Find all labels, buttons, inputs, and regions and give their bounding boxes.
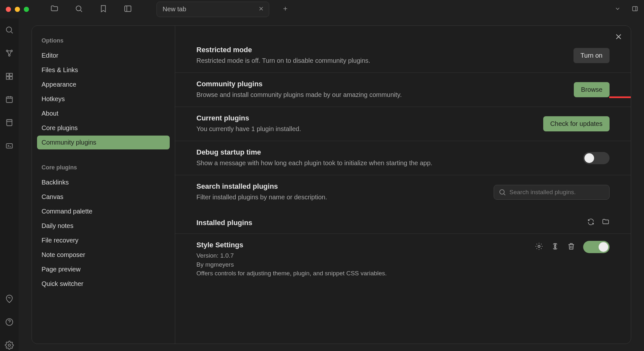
- restricted-mode-desc: Restricted mode is off. Turn on to disab…: [196, 56, 370, 65]
- sidebar-option-editor[interactable]: Editor: [37, 49, 170, 62]
- plugin-version: Version: 1.0.7: [196, 251, 387, 260]
- svg-rect-11: [6, 97, 13, 103]
- reload-plugins-icon[interactable]: [587, 218, 595, 228]
- plugin-options-icon[interactable]: [535, 242, 543, 252]
- plugin-enable-toggle[interactable]: [583, 241, 610, 253]
- toolbar-icons: [50, 5, 132, 14]
- graph-icon[interactable]: [5, 49, 14, 59]
- turn-on-button[interactable]: Turn on: [573, 48, 610, 63]
- check-updates-button[interactable]: Check for updates: [543, 116, 610, 131]
- core-plugins-heading: Core plugins: [37, 162, 170, 175]
- close-window[interactable]: [6, 7, 11, 12]
- svg-rect-2: [633, 6, 638, 11]
- traffic-lights: [6, 7, 29, 12]
- command-palette-icon[interactable]: [5, 141, 14, 152]
- restricted-mode-title: Restricted mode: [196, 46, 370, 54]
- current-plugins-row: Current plugins You currently have 1 plu…: [175, 107, 631, 141]
- search-plugins-input-wrap: [494, 185, 610, 200]
- community-plugins-title: Community plugins: [196, 80, 402, 88]
- settings-icon[interactable]: [5, 341, 14, 351]
- titlebar-right: [614, 5, 638, 13]
- svg-point-16: [8, 344, 11, 346]
- new-tab-button[interactable]: [282, 5, 289, 13]
- svg-point-0: [76, 6, 81, 11]
- tab-title: New tab: [163, 5, 186, 13]
- community-plugins-desc: Browse and install community plugins mad…: [196, 90, 402, 100]
- minimize-window[interactable]: [15, 7, 20, 12]
- svg-point-3: [6, 27, 12, 32]
- close-modal-button[interactable]: [614, 32, 623, 43]
- sidebar-option-core-plugins[interactable]: Core plugins: [37, 121, 170, 135]
- svg-rect-8: [10, 73, 12, 76]
- debug-startup-desc: Show a message with how long each plugin…: [196, 158, 432, 168]
- sidebar-option-about[interactable]: About: [37, 107, 170, 120]
- sidebar-core-page-preview[interactable]: Page preview: [37, 262, 170, 276]
- search-plugins-input[interactable]: [509, 189, 605, 196]
- search-plugins-title: Search installed plugins: [196, 182, 327, 191]
- sidebar-option-files-links[interactable]: Files & Links: [37, 63, 170, 77]
- sidebar-option-appearance[interactable]: Appearance: [37, 78, 170, 91]
- tab[interactable]: New tab: [156, 2, 269, 17]
- sidebar-core-file-recovery[interactable]: File recovery: [37, 233, 170, 247]
- plugin-author: By mgmeyers: [196, 260, 387, 269]
- vault-icon[interactable]: [5, 294, 14, 305]
- bookmark-icon[interactable]: [99, 5, 108, 14]
- svg-point-18: [538, 245, 540, 248]
- restricted-mode-row: Restricted mode Restricted mode is off. …: [175, 39, 631, 73]
- plugin-hotkeys-icon[interactable]: [551, 242, 559, 252]
- search-plugins-desc: Filter installed plugins by name or desc…: [196, 193, 327, 202]
- settings-modal: Options EditorFiles & LinksAppearanceHot…: [32, 25, 631, 344]
- plugin-delete-icon[interactable]: [567, 242, 575, 252]
- svg-point-17: [500, 190, 504, 194]
- tab-close-icon[interactable]: [258, 5, 264, 13]
- browse-button[interactable]: Browse: [574, 82, 610, 97]
- svg-rect-1: [125, 6, 131, 11]
- installed-plugins-heading-row: Installed plugins: [175, 209, 631, 234]
- tab-dropdown-icon[interactable]: [614, 5, 621, 13]
- folder-icon[interactable]: [50, 5, 59, 14]
- sidebar-option-hotkeys[interactable]: Hotkeys: [37, 92, 170, 106]
- sidebar-core-quick-switcher[interactable]: Quick switcher: [37, 277, 170, 291]
- open-plugins-folder-icon[interactable]: [602, 218, 610, 228]
- svg-point-6: [9, 55, 10, 56]
- sidebar-core-backlinks[interactable]: Backlinks: [37, 176, 170, 189]
- settings-sidebar: Options EditorFiles & LinksAppearanceHot…: [32, 26, 175, 344]
- debug-startup-title: Debug startup time: [196, 148, 432, 157]
- plugin-name: Style Settings: [196, 241, 387, 249]
- search-icon: [498, 188, 506, 196]
- options-heading: Options: [37, 35, 170, 48]
- svg-rect-7: [6, 73, 9, 76]
- plugin-desc: Offers controls for adjusting theme, plu…: [196, 269, 387, 278]
- svg-rect-13: [7, 120, 12, 122]
- search-plugins-row: Search installed plugins Filter installe…: [175, 175, 631, 209]
- templates-icon[interactable]: [5, 118, 14, 128]
- settings-content: Restricted mode Restricted mode is off. …: [175, 26, 631, 344]
- debug-startup-row: Debug startup time Show a message with h…: [175, 141, 631, 175]
- canvas-icon[interactable]: [5, 72, 14, 82]
- titlebar: New tab: [0, 0, 644, 18]
- app-ribbon: [0, 18, 19, 351]
- quick-switcher-icon[interactable]: [5, 25, 14, 36]
- sidebar-left-icon[interactable]: [124, 5, 132, 14]
- sidebar-core-daily-notes[interactable]: Daily notes: [37, 219, 170, 233]
- sidebar-right-icon[interactable]: [632, 5, 638, 13]
- plugin-row: Style Settings Version: 1.0.7 By mgmeyer…: [175, 234, 631, 285]
- svg-rect-9: [6, 77, 9, 79]
- sidebar-option-community-plugins[interactable]: Community plugins: [37, 136, 170, 149]
- sidebar-core-canvas[interactable]: Canvas: [37, 190, 170, 204]
- svg-rect-12: [7, 120, 12, 126]
- community-plugins-row: Community plugins Browse and install com…: [175, 73, 631, 107]
- current-plugins-title: Current plugins: [196, 114, 301, 122]
- search-icon[interactable]: [75, 5, 83, 14]
- sidebar-core-command-palette[interactable]: Command palette: [37, 204, 170, 218]
- svg-rect-10: [10, 77, 12, 79]
- debug-startup-toggle[interactable]: [583, 152, 610, 164]
- daily-note-icon[interactable]: [5, 95, 14, 105]
- maximize-window[interactable]: [24, 7, 29, 12]
- sidebar-core-note-composer[interactable]: Note composer: [37, 248, 170, 262]
- installed-plugins-heading: Installed plugins: [196, 219, 252, 227]
- current-plugins-desc: You currently have 1 plugin installed.: [196, 124, 301, 134]
- help-icon[interactable]: [5, 318, 14, 328]
